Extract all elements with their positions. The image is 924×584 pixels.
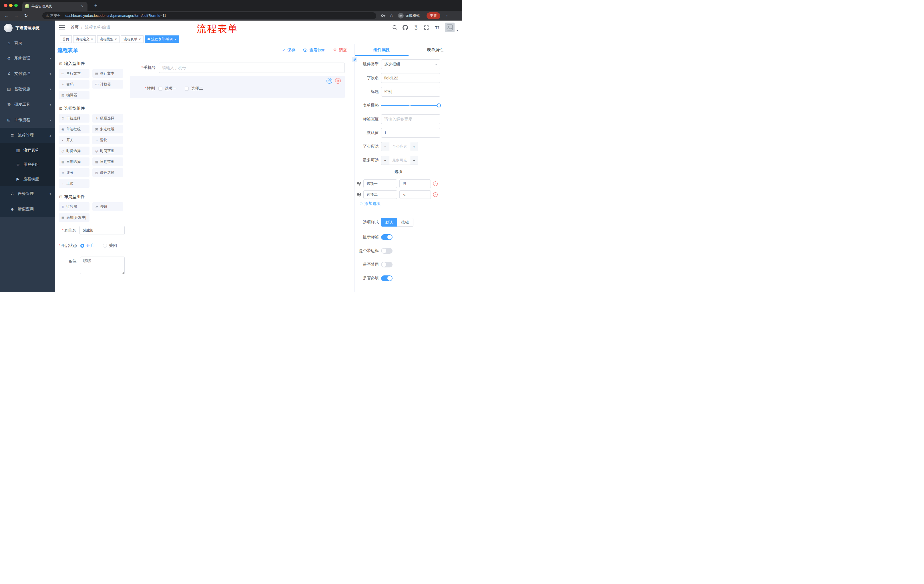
sidebar-item-devtools[interactable]: ⚒ 研发工具 ▾ <box>0 97 55 112</box>
palette-item-dropdown[interactable]: ⊙下拉选择 <box>59 114 89 123</box>
tag-process-model[interactable]: 流程模型 × <box>97 35 120 43</box>
palette-item-upload[interactable]: ↑上传 <box>59 179 89 188</box>
help-icon[interactable]: ? <box>413 25 419 30</box>
gender-option-1-checkbox[interactable]: 选项一 <box>158 86 177 91</box>
sidebar-item-home[interactable]: ⌂ 首页 <box>0 35 55 51</box>
browser-menu-icon[interactable]: ⋮ <box>445 13 449 18</box>
sidebar-item-system[interactable]: ⚙ 系统管理 ▾ <box>0 51 55 66</box>
search-icon[interactable] <box>392 25 398 30</box>
user-avatar[interactable] <box>445 23 455 32</box>
increment-button[interactable]: + <box>410 142 418 151</box>
sidebar-item-workflow[interactable]: ⊞ 工作流程 ▴ <box>0 112 55 128</box>
palette-item-password[interactable]: ∗密码 <box>59 80 89 89</box>
slider-handle[interactable] <box>437 104 441 107</box>
font-size-icon[interactable]: TT <box>434 25 440 30</box>
form-grid-slider[interactable] <box>381 100 440 110</box>
palette-item-multi-text[interactable]: ▤多行文本 <box>92 69 123 78</box>
canvas-field-phone[interactable]: *手机号 <box>130 63 345 73</box>
fullscreen-icon[interactable] <box>424 25 429 30</box>
app-logo[interactable]: 芋道管理系统 <box>0 21 55 35</box>
update-button[interactable]: 更新 <box>427 12 440 19</box>
sidebar-item-process-model[interactable]: ▶ 流程模型 <box>0 172 55 186</box>
tag-home[interactable]: 首页 <box>60 35 72 43</box>
form-name-input[interactable] <box>79 226 125 235</box>
option-2-value-input[interactable] <box>399 190 431 199</box>
remove-option-icon[interactable]: − <box>433 192 438 197</box>
tag-close-icon[interactable]: × <box>115 37 117 41</box>
min-select-value[interactable]: 至少应选 <box>389 142 410 151</box>
palette-item-checkbox-group[interactable]: ▣多选框组 <box>92 125 123 133</box>
address-bar[interactable]: ⚠不安全 dashboard.yudao.iocoder.cn/bpm/mana… <box>42 12 376 19</box>
canvas-field-gender-selected[interactable]: *性别 选项一 选项二 <box>130 76 345 98</box>
reload-icon[interactable]: ↻ <box>22 12 30 20</box>
tab-close-icon[interactable]: × <box>80 4 85 8</box>
sidebar-item-leave-query[interactable]: ☻ 请假查询 <box>0 201 55 217</box>
label-width-input[interactable] <box>381 114 440 124</box>
sidebar-toggle-icon[interactable] <box>59 25 65 30</box>
palette-item-time-range[interactable]: ◶时间范围 <box>92 146 123 155</box>
palette-item-counter[interactable]: 123计数器 <box>92 80 123 89</box>
browser-tab[interactable]: 芋道管理系统 × <box>22 2 87 11</box>
view-json-button[interactable]: 查看json <box>303 48 325 53</box>
palette-item-switch[interactable]: ◐开关 <box>59 136 89 144</box>
tag-process-form[interactable]: 流程表单 × <box>121 35 144 43</box>
tag-close-icon[interactable]: × <box>174 37 177 41</box>
security-status[interactable]: ⚠不安全 <box>46 13 61 18</box>
add-option-button[interactable]: ⊕ 添加选项 <box>360 201 440 206</box>
sidebar-item-task-mgmt[interactable]: ∴ 任务管理 ▾ <box>0 186 55 201</box>
disabled-switch[interactable] <box>381 262 393 267</box>
palette-item-table[interactable]: ▦表格[开发中] <box>59 213 89 222</box>
breadcrumb-home[interactable]: 首页 <box>71 25 79 30</box>
delete-field-button[interactable] <box>335 78 341 84</box>
status-radio-off[interactable]: 关闭 <box>103 243 117 248</box>
decrement-button[interactable]: − <box>381 142 389 151</box>
status-radio-on[interactable]: 开启 <box>80 243 94 248</box>
sidebar-item-process-mgmt[interactable]: ≣ 流程管理 ▴ <box>0 128 55 143</box>
tab-form-props[interactable]: 表单属性 <box>409 44 462 56</box>
remove-option-icon[interactable]: − <box>433 181 438 186</box>
palette-item-cascader[interactable]: ⋔级联选择 <box>92 114 123 123</box>
tag-close-icon[interactable]: × <box>91 37 93 41</box>
field-name-input[interactable] <box>381 73 440 83</box>
back-icon[interactable]: ← <box>3 12 10 20</box>
sidebar-item-payment[interactable]: ¥ 支付管理 ▾ <box>0 66 55 81</box>
style-default-button[interactable]: 默认 <box>381 218 397 227</box>
window-minimize-button[interactable] <box>9 4 13 7</box>
tag-close-icon[interactable]: × <box>139 37 141 41</box>
gender-option-2-checkbox[interactable]: 选项二 <box>185 86 203 91</box>
option-1-value-input[interactable] <box>399 179 431 188</box>
form-remark-textarea[interactable]: 嘿嘿 <box>80 257 125 274</box>
palette-item-date-range[interactable]: ▩日期范围 <box>92 158 123 166</box>
tag-process-form-edit[interactable]: 流程表单-编辑 × <box>145 35 179 43</box>
palette-item-row-container[interactable]: ▯行容器 <box>59 202 89 211</box>
github-icon[interactable] <box>403 25 408 30</box>
show-label-switch[interactable] <box>381 234 393 240</box>
drag-handle-icon[interactable] <box>356 192 361 197</box>
bookmark-star-icon[interactable]: ☆ <box>389 13 393 18</box>
palette-item-rate[interactable]: ☆评分 <box>59 168 89 177</box>
clear-button[interactable]: 清空 <box>333 48 347 53</box>
style-button-button[interactable]: 按钮 <box>397 218 413 227</box>
tag-process-definition[interactable]: 流程定义 × <box>73 35 96 43</box>
sidebar-item-user-group[interactable]: ☺ 用户分组 <box>0 158 55 172</box>
tab-component-props[interactable]: 组件属性 <box>355 44 409 56</box>
max-select-value[interactable]: 最多可选 <box>389 156 410 165</box>
palette-item-editor[interactable]: ▧编辑器 <box>59 91 89 99</box>
new-tab-button[interactable]: + <box>92 2 99 10</box>
increment-button[interactable]: + <box>410 156 418 165</box>
palette-item-time-picker[interactable]: ◷时间选择 <box>59 146 89 155</box>
palette-item-radio-group[interactable]: ◉单选框组 <box>59 125 89 133</box>
avatar-caret-icon[interactable]: ▾ <box>457 29 458 32</box>
option-2-name-input[interactable] <box>363 190 397 199</box>
default-value-input[interactable] <box>381 128 440 138</box>
window-zoom-button[interactable] <box>14 4 18 7</box>
with-border-switch[interactable] <box>381 248 393 254</box>
drag-handle-icon[interactable] <box>356 181 361 186</box>
sidebar-item-process-form[interactable]: ▥ 流程表单 <box>0 143 55 158</box>
save-button[interactable]: ✓ 保存 <box>282 48 295 53</box>
forward-icon[interactable]: → <box>13 12 20 20</box>
decrement-button[interactable]: − <box>381 156 389 165</box>
window-close-button[interactable] <box>4 4 7 7</box>
palette-item-single-text[interactable]: ▭单行文本 <box>59 69 89 78</box>
palette-item-slider[interactable]: ↔滑块 <box>92 136 123 144</box>
